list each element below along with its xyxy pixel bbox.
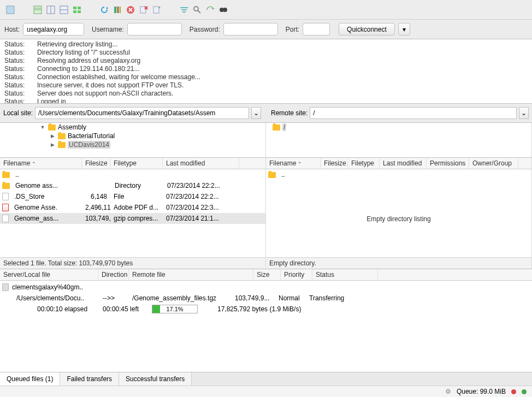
column-header[interactable]: Last modified (163, 158, 239, 169)
table-row[interactable]: Genome ass...Directory07/23/2014 22:2... (0, 180, 265, 191)
column-header[interactable]: Direction (98, 269, 129, 280)
table-row[interactable]: Genome_ass...103,749,9...gzip compres...… (0, 213, 265, 224)
username-input[interactable] (127, 23, 182, 35)
column-header[interactable]: Remote file (129, 269, 253, 280)
svg-point-25 (194, 7, 198, 11)
table-row[interactable]: .. (266, 169, 531, 180)
svg-rect-23 (181, 9, 187, 10)
svg-rect-10 (73, 10, 76, 13)
tree-item[interactable]: ▼Assembly (0, 123, 265, 132)
log-line: Status:Resolving address of usegalaxy.or… (4, 57, 528, 65)
log-line: Status:Retrieving directory listing... (4, 40, 528, 49)
transfer-queue[interactable]: clementsgalaxy%40gm.. /Users/clements/Do… (0, 281, 532, 372)
compare-icon[interactable] (191, 4, 203, 16)
quickconnect-button[interactable]: Quickconnect (339, 23, 395, 35)
column-header[interactable]: Size (253, 269, 281, 280)
message-log[interactable]: Status:Retrieving directory listing...St… (0, 39, 532, 104)
search-remote-icon[interactable] (217, 4, 229, 16)
quickconnect-history-button[interactable]: ▾ (398, 23, 410, 35)
column-header[interactable]: Filename (0, 158, 82, 169)
port-label: Port: (286, 26, 299, 33)
queue-time-left: 00:00:45 left (99, 305, 152, 313)
local-tree[interactable]: ▼Assembly▶BacterialTutorial▶UCDavis2014 (0, 123, 266, 157)
remote-tree[interactable]: / (266, 123, 532, 157)
password-label: Password: (190, 26, 220, 33)
filter-icon[interactable] (178, 4, 190, 16)
column-header[interactable]: Filetype (348, 158, 380, 169)
reconnect-icon[interactable] (151, 4, 163, 16)
svg-rect-12 (114, 7, 116, 13)
password-input[interactable] (223, 23, 278, 35)
remote-file-list: FilenameFilesizeFiletypeLast modifiedPer… (266, 158, 532, 269)
toggle-remote-icon[interactable] (71, 4, 83, 16)
log-line: Status:Connecting to 129.114.60.180:21..… (4, 65, 528, 73)
remote-site-input[interactable] (310, 107, 517, 119)
svg-rect-21 (153, 7, 159, 13)
local-site-input[interactable] (35, 107, 249, 119)
toggle-log-icon[interactable] (32, 4, 44, 16)
parent-dir[interactable]: .. (278, 170, 288, 179)
queue-server-row[interactable]: clementsgalaxy%40gm.. (2, 282, 530, 293)
column-header[interactable]: Server/Local file (0, 269, 98, 280)
svg-rect-9 (78, 7, 81, 9)
local-rows[interactable]: ..Genome ass...Directory07/23/2014 22:2.… (0, 169, 265, 257)
column-header[interactable]: Permissions (427, 158, 469, 169)
site-path-row: Local site: ⌄ Remote site: ⌄ (0, 104, 532, 123)
cancel-icon[interactable] (125, 4, 137, 16)
svg-rect-13 (117, 7, 119, 13)
column-header[interactable]: Owner/Group (469, 158, 518, 169)
quickconnect-bar: Host: Username: Password: Port: Quickcon… (0, 20, 532, 39)
site-manager-icon[interactable] (4, 4, 16, 16)
svg-rect-11 (78, 10, 81, 13)
sync-icon[interactable] (204, 4, 216, 16)
username-label: Username: (92, 26, 124, 33)
toggle-queue-icon[interactable] (58, 4, 70, 16)
table-row[interactable]: .DS_Store6,148File07/23/2014 22:2... (0, 191, 265, 202)
toggle-tree-icon[interactable] (45, 4, 57, 16)
process-queue-icon[interactable] (111, 4, 123, 16)
port-input[interactable] (303, 23, 330, 35)
column-header[interactable]: Status (312, 269, 378, 280)
svg-rect-8 (73, 7, 76, 9)
tab-queued-files[interactable]: Queued files (1) (0, 372, 60, 386)
column-header[interactable]: Priority (281, 269, 312, 280)
activity-indicator-red (511, 389, 516, 394)
queue-local-file: /Users/clements/Docu.. (13, 294, 99, 303)
file-list-row: FilenameFilesizeFiletypeLast modified ..… (0, 158, 532, 269)
tree-item[interactable]: ▶UCDavis2014 (0, 140, 265, 149)
log-line: Status:Logged in (4, 98, 528, 104)
remote-rows[interactable]: .. Empty directory listing (266, 169, 531, 257)
tab-successful-transfers[interactable]: Successful transfers (119, 372, 192, 386)
table-row[interactable]: .. (0, 169, 265, 180)
local-site-dropdown[interactable]: ⌄ (251, 107, 261, 119)
column-header[interactable]: Last modified (380, 158, 427, 169)
encryption-icon: ⚙ (445, 388, 451, 395)
queue-status: Transferring (306, 294, 347, 303)
refresh-icon[interactable] (98, 4, 110, 16)
tab-failed-transfers[interactable]: Failed transfers (60, 372, 119, 386)
column-header[interactable]: Filetype (110, 158, 163, 169)
queue-header: Server/Local fileDirectionRemote fileSiz… (0, 269, 532, 281)
queue-item-row[interactable]: /Users/clements/Docu.. -->> /Genome_asse… (2, 293, 530, 304)
queue-server: clementsgalaxy%40gm.. (12, 283, 83, 291)
column-header[interactable]: Filename (266, 158, 321, 169)
svg-rect-0 (7, 6, 14, 14)
disconnect-icon[interactable] (138, 4, 150, 16)
empty-listing-message: Empty directory listing (266, 180, 531, 257)
log-line: Status:Connection established, waiting f… (4, 73, 528, 81)
svg-rect-29 (223, 9, 224, 10)
svg-rect-14 (120, 7, 121, 13)
log-line: Status:Insecure server, it does not supp… (4, 81, 528, 90)
host-input[interactable] (23, 23, 84, 35)
activity-indicator-green (522, 389, 527, 394)
queue-direction: -->> (99, 294, 129, 303)
tree-item[interactable]: / (266, 123, 531, 132)
tree-item[interactable]: ▶BacterialTutorial (0, 132, 265, 140)
column-header[interactable]: Filesize (82, 158, 110, 169)
table-row[interactable]: Genome Asse.2,496,114Adobe PDF d...07/23… (0, 202, 265, 213)
remote-site-dropdown[interactable]: ⌄ (519, 107, 529, 119)
log-line: Status:Directory listing of "/" successf… (4, 49, 528, 57)
svg-rect-24 (182, 11, 186, 13)
column-header[interactable]: Filesize (321, 158, 348, 169)
queue-elapsed: 00:00:10 elapsed (34, 305, 99, 313)
